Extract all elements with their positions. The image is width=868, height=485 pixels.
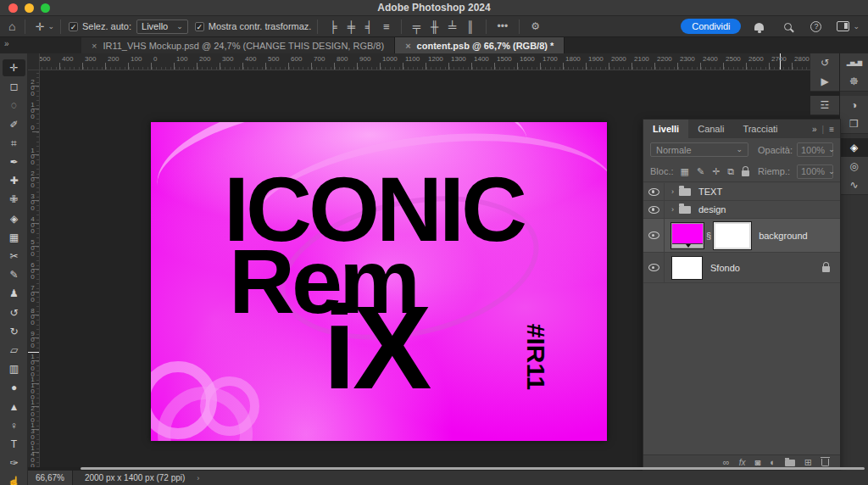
chevron-right-icon[interactable]: › bbox=[671, 205, 674, 214]
workspace-switcher-icon[interactable] bbox=[837, 21, 849, 31]
lasso-tool[interactable]: ◌ bbox=[3, 97, 25, 114]
fill-input[interactable]: 100% ⌄ bbox=[797, 164, 833, 179]
tab-tracciati[interactable]: Tracciati bbox=[733, 120, 787, 138]
close-icon[interactable]: × bbox=[405, 41, 410, 51]
auto-select-dropdown[interactable]: Livello ⌄ bbox=[136, 20, 188, 34]
show-transform-checkbox[interactable]: ✓ bbox=[195, 22, 204, 31]
layer-row-background-smart-object[interactable]: § background bbox=[643, 219, 840, 253]
type-tool[interactable]: T bbox=[3, 436, 25, 453]
chevron-down-icon[interactable]: ⌄ bbox=[853, 23, 860, 31]
layer-mask-icon[interactable]: ◙ bbox=[754, 458, 760, 467]
layer-row-sfondo[interactable]: Sfondo bbox=[643, 253, 840, 283]
brush-tool[interactable]: ✎ bbox=[3, 266, 25, 283]
visibility-toggle[interactable] bbox=[643, 201, 665, 218]
rotate-view-tool[interactable]: ☝ bbox=[3, 473, 25, 485]
close-icon[interactable]: × bbox=[92, 41, 97, 51]
document-tab-mockup[interactable]: × IR11_VHS Mockup.psd @ 24,7% (CHANGE TH… bbox=[81, 37, 395, 53]
lock-transparency-icon[interactable]: ▦ bbox=[681, 167, 689, 176]
eraser-tool[interactable]: ▱ bbox=[3, 342, 25, 359]
layers-panel-icon[interactable]: ◈ bbox=[840, 138, 868, 157]
layer-thumbnail[interactable] bbox=[671, 223, 704, 248]
layer-name[interactable]: Sfondo bbox=[710, 263, 740, 273]
layer-row-text-group[interactable]: › TEXT bbox=[643, 183, 840, 201]
align-left-edges-icon[interactable]: ╞ bbox=[324, 21, 342, 32]
layer-mask-thumbnail[interactable] bbox=[714, 222, 751, 249]
layer-style-icon[interactable]: fx bbox=[739, 459, 746, 467]
slice-tool[interactable]: ✂ bbox=[3, 248, 25, 265]
lock-all-icon[interactable] bbox=[742, 170, 749, 176]
search-icon[interactable] bbox=[784, 23, 792, 31]
auto-select-checkbox[interactable]: ✓ bbox=[69, 22, 78, 31]
align-horizontal-centers-icon[interactable]: ≡ bbox=[378, 21, 395, 32]
history-brush-tool[interactable]: ↺ bbox=[3, 304, 25, 321]
ruler-vertical[interactable]: 2001000100200300400500600700800900100011… bbox=[28, 70, 40, 467]
move-tool[interactable]: ✛ bbox=[3, 59, 25, 76]
move-tool-icon[interactable]: ✛ bbox=[31, 21, 47, 32]
blur-tool[interactable]: ● bbox=[3, 379, 25, 396]
more-options-icon[interactable]: ••• bbox=[492, 21, 514, 31]
gradient-tool[interactable]: ▥ bbox=[3, 360, 25, 377]
tab-livelli[interactable]: Livelli bbox=[643, 120, 688, 138]
layer-row-design-group[interactable]: › design bbox=[643, 201, 840, 219]
visibility-toggle[interactable] bbox=[643, 219, 665, 252]
chevron-right-icon[interactable]: › bbox=[197, 474, 199, 482]
pen-tool[interactable]: ✑ bbox=[3, 454, 25, 471]
toolbar-collapse-icon[interactable]: » bbox=[0, 37, 81, 53]
adjustment-layer-icon[interactable]: ◐ bbox=[770, 458, 776, 467]
ruler-origin-corner[interactable] bbox=[28, 53, 40, 70]
object-selection-tool[interactable]: ✐ bbox=[3, 116, 25, 133]
spot-healing-brush-tool[interactable]: ✚ bbox=[3, 172, 25, 189]
align-right-edges-icon[interactable]: ╡ bbox=[360, 21, 378, 32]
layer-name[interactable]: background bbox=[759, 231, 808, 241]
lock-position-icon[interactable]: ✛ bbox=[712, 167, 720, 176]
panel-menu-icon[interactable]: ≡ bbox=[829, 125, 834, 134]
adjustments-panel-icon[interactable]: ◑ bbox=[840, 96, 868, 114]
document-canvas[interactable]: ICONIC Rem iX #IR11 bbox=[151, 122, 607, 441]
patch-tool[interactable]: ◈ bbox=[3, 210, 25, 227]
document-tab-content[interactable]: × content.psb @ 66,7% (RGB/8) * bbox=[395, 37, 565, 53]
align-vertical-centers-icon[interactable]: ╪ bbox=[342, 21, 360, 32]
frame-tool[interactable]: ▦ bbox=[3, 229, 25, 246]
crop-tool[interactable]: ⌗ bbox=[3, 135, 25, 152]
new-layer-icon[interactable]: ⊞ bbox=[804, 458, 812, 467]
paths-panel-icon[interactable]: ∿ bbox=[840, 176, 868, 194]
distribute-bottom-edges-icon[interactable]: ╧ bbox=[443, 21, 461, 32]
navigator-panel-icon[interactable]: ☸ bbox=[840, 72, 868, 91]
actions-panel-icon[interactable]: ▶ bbox=[810, 72, 839, 91]
dodge-tool[interactable]: ♀ bbox=[3, 417, 25, 434]
libraries-panel-icon[interactable]: ❒ bbox=[840, 114, 868, 133]
distribute-vertical-centers-icon[interactable]: ╫ bbox=[426, 21, 443, 32]
delete-layer-icon[interactable] bbox=[821, 459, 829, 466]
channels-panel-icon[interactable]: ◎ bbox=[840, 157, 868, 176]
properties-panel-icon[interactable]: ☲ bbox=[810, 96, 839, 114]
visibility-toggle[interactable] bbox=[643, 253, 665, 282]
clone-stamp-tool[interactable]: ♟ bbox=[3, 285, 25, 302]
distribute-top-edges-icon[interactable]: ╤ bbox=[408, 21, 426, 32]
gear-icon[interactable]: ⚙ bbox=[526, 21, 545, 31]
lock-artboard-icon[interactable]: ⧉ bbox=[727, 167, 734, 176]
zoom-level-field[interactable]: 66,67% bbox=[28, 471, 73, 485]
healing-brush-tool[interactable]: ✙ bbox=[3, 191, 25, 208]
notifications-bell-icon[interactable] bbox=[754, 23, 764, 31]
history-panel-icon[interactable]: ↺ bbox=[810, 53, 839, 72]
visibility-toggle[interactable] bbox=[643, 183, 665, 200]
sharpen-tool[interactable]: ▲ bbox=[3, 399, 25, 415]
layer-name[interactable]: design bbox=[698, 204, 726, 215]
horizontal-scrollbar[interactable] bbox=[81, 467, 865, 470]
panel-collapse-icon[interactable]: » bbox=[812, 125, 817, 134]
histogram-panel-icon[interactable]: ▂▅▃▆ bbox=[840, 53, 868, 72]
lock-pixels-icon[interactable]: ✎ bbox=[697, 167, 704, 176]
chevron-right-icon[interactable]: › bbox=[671, 187, 674, 196]
chevron-down-icon[interactable]: ⌄ bbox=[47, 23, 54, 31]
layer-thumbnail[interactable] bbox=[671, 256, 703, 280]
mask-link-icon[interactable]: § bbox=[706, 231, 711, 241]
link-layers-icon[interactable]: ∞ bbox=[723, 458, 730, 467]
art-history-brush-tool[interactable]: ↻ bbox=[3, 323, 25, 340]
blend-mode-dropdown[interactable]: Normale ⌄ bbox=[650, 142, 748, 157]
distribute-horizontal-centers-icon[interactable]: ║ bbox=[461, 21, 479, 32]
rectangular-marquee-tool[interactable]: ◻ bbox=[3, 78, 25, 95]
share-button[interactable]: Condividi bbox=[681, 19, 741, 34]
tab-canali[interactable]: Canali bbox=[688, 120, 733, 138]
layer-name[interactable]: TEXT bbox=[698, 187, 722, 197]
home-icon[interactable]: ⌂ bbox=[5, 20, 19, 32]
